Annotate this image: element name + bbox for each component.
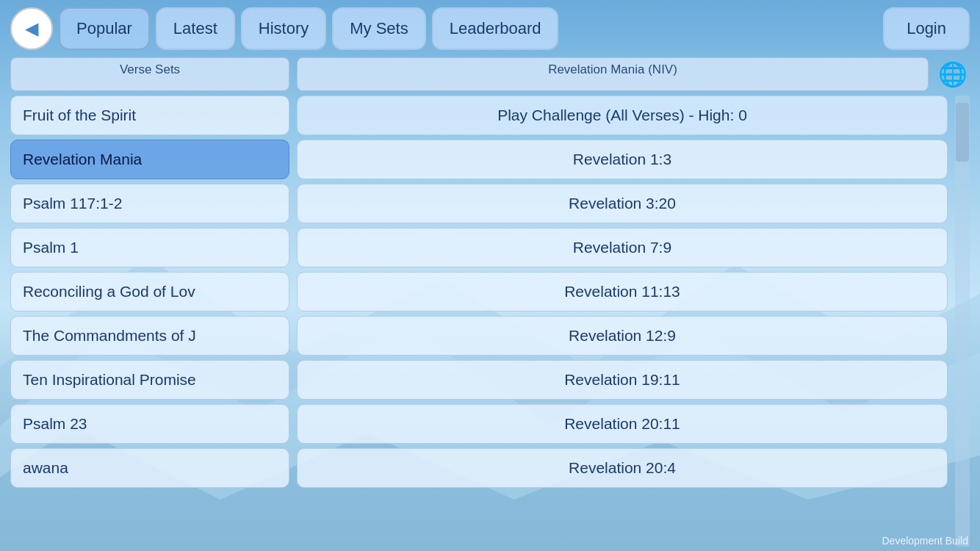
verse-set-commandments[interactable]: The Commandments of J — [10, 316, 289, 356]
verse-revelation-1-3[interactable]: Revelation 1:3 — [297, 140, 948, 179]
verse-set-fruit[interactable]: Fruit of the Spirit — [10, 96, 289, 135]
verse-set-psalm23[interactable]: Psalm 23 — [10, 404, 289, 444]
tab-popular[interactable]: Popular — [59, 7, 150, 50]
verse-revelation-20-11[interactable]: Revelation 20:11 — [297, 404, 948, 444]
verse-sets-list: Fruit of the Spirit Revelation Mania Psa… — [10, 96, 289, 547]
main-layout: Verse Sets Revelation Mania (NIV) 🌐 Frui… — [0, 57, 980, 550]
verse-set-psalm117[interactable]: Psalm 117:1-2 — [10, 184, 289, 223]
dev-build-label: Development Build — [882, 535, 968, 547]
verse-revelation-20-4[interactable]: Revelation 20:4 — [297, 448, 948, 488]
tab-history[interactable]: History — [241, 7, 326, 50]
play-challenge-button[interactable]: Play Challenge (All Verses) - High: 0 — [297, 96, 948, 135]
back-button[interactable]: ◀ — [10, 7, 53, 50]
verse-revelation-11-13[interactable]: Revelation 11:13 — [297, 272, 948, 311]
verse-set-ten-inspirational[interactable]: Ten Inspirational Promise — [10, 360, 289, 400]
tab-leaderboard[interactable]: Leaderboard — [432, 7, 559, 50]
verse-revelation-12-9[interactable]: Revelation 12:9 — [297, 316, 948, 356]
verse-set-revelation-mania[interactable]: Revelation Mania — [10, 140, 289, 179]
scrollbar[interactable] — [955, 96, 970, 547]
globe-icon[interactable]: 🌐 — [936, 57, 970, 91]
rows-area: Fruit of the Spirit Revelation Mania Psa… — [0, 96, 980, 547]
login-button[interactable]: Login — [883, 7, 970, 50]
tab-latest[interactable]: Latest — [156, 7, 235, 50]
column-headers: Verse Sets Revelation Mania (NIV) 🌐 — [0, 57, 980, 91]
verse-revelation-19-11[interactable]: Revelation 19:11 — [297, 360, 948, 400]
tab-mysets[interactable]: My Sets — [332, 7, 425, 50]
revelation-mania-header: Revelation Mania (NIV) — [297, 57, 929, 91]
verse-revelation-7-9[interactable]: Revelation 7:9 — [297, 228, 948, 267]
verse-set-psalm1[interactable]: Psalm 1 — [10, 228, 289, 267]
verses-list: Play Challenge (All Verses) - High: 0 Re… — [297, 96, 948, 547]
verse-set-reconciling[interactable]: Reconciling a God of Lov — [10, 272, 289, 311]
navbar: ◀ Popular Latest History My Sets Leaderb… — [0, 0, 980, 57]
verse-set-awana[interactable]: awana — [10, 448, 289, 488]
scrollbar-thumb[interactable] — [956, 103, 969, 162]
verse-sets-header: Verse Sets — [10, 57, 289, 91]
verse-revelation-3-20[interactable]: Revelation 3:20 — [297, 184, 948, 223]
